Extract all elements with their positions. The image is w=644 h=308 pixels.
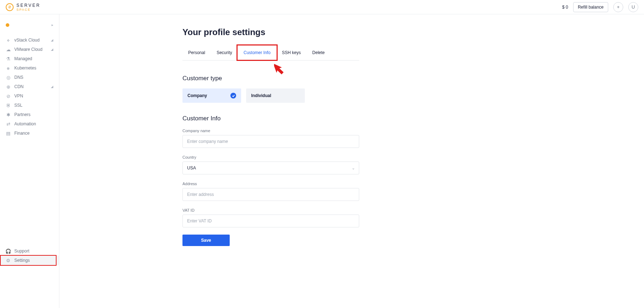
tab-delete[interactable]: Delete: [307, 46, 331, 60]
nav-icon: ✱: [6, 112, 11, 117]
sidebar-item-cdn[interactable]: ⊕CDN◢: [0, 82, 59, 91]
tabs: PersonalSecurityCustomer InfoSSH keysDel…: [182, 46, 359, 61]
headset-icon: 🎧: [6, 249, 11, 254]
user-avatar-button[interactable]: U: [628, 2, 638, 12]
sidebar-item-label: SSL: [14, 103, 23, 107]
country-label: Country: [182, 155, 359, 159]
sidebar-item-label: VPN: [14, 94, 23, 98]
company-name-group: Company name: [182, 129, 359, 148]
customer-type-selector: CompanyIndividual: [182, 88, 644, 103]
logo-icon: [6, 3, 14, 11]
sidebar-item-label: Partners: [14, 112, 30, 117]
sidebar-item-label: Support: [14, 249, 29, 253]
gear-icon: ⚙: [6, 258, 11, 263]
sidebar-item-label: VMware Cloud: [14, 47, 43, 52]
sidebar-item-label: Kubernetes: [14, 66, 36, 70]
tab-security[interactable]: Security: [211, 46, 238, 60]
sidebar-item-vpn[interactable]: ⊘VPN: [0, 91, 59, 101]
vat-id-input[interactable]: [182, 215, 359, 227]
logo-line1: SERVER: [16, 3, 40, 8]
sidebar-item-settings[interactable]: ⚙ Settings: [0, 256, 59, 265]
header-right: $ 0 Refill balance + U: [562, 2, 638, 12]
account-dot-icon: [6, 23, 9, 27]
customer-type-label: Individual: [251, 93, 271, 98]
sidebar-item-label: DNS: [14, 75, 23, 80]
address-input[interactable]: [182, 188, 359, 201]
address-group: Address: [182, 182, 359, 201]
nav-icon: ⋄: [6, 38, 11, 43]
nav-icon: ⇄: [6, 121, 11, 126]
sidebar-item-label: vStack Cloud: [14, 38, 40, 42]
sidebar-item-automation[interactable]: ⇄Automation: [0, 119, 59, 129]
vat-id-group: VAT ID: [182, 208, 359, 227]
address-label: Address: [182, 182, 359, 186]
nav-icon: ⚗: [6, 56, 11, 61]
nav-icon: ⎈: [6, 66, 11, 71]
company-name-input[interactable]: [182, 135, 359, 148]
sidebar-item-kubernetes[interactable]: ⎈Kubernetes: [0, 63, 59, 73]
nav-icon: ⛨: [6, 103, 11, 108]
expand-icon: ◢: [51, 85, 53, 88]
nav-icon: ☁: [6, 47, 11, 52]
refill-balance-button[interactable]: Refill balance: [573, 2, 608, 12]
plus-icon: +: [617, 4, 620, 10]
expand-icon: ◢: [51, 39, 53, 42]
nav-icon: ⊕: [6, 84, 11, 89]
check-icon: [230, 93, 236, 98]
main-content: Your profile settings PersonalSecurityCu…: [59, 14, 644, 308]
sidebar-bottom-list: 🎧 Support ⚙ Settings: [0, 246, 59, 265]
tab-personal[interactable]: Personal: [182, 46, 211, 60]
section-customer-info-title: Customer Info: [182, 115, 644, 122]
body: ▸ ⋄vStack Cloud◢☁VMware Cloud◢⚗Managed⎈K…: [0, 14, 644, 308]
sidebar-item-support[interactable]: 🎧 Support: [0, 246, 59, 256]
sidebar-item-partners[interactable]: ✱Partners: [0, 110, 59, 119]
logo-text: SERVER SPACE: [16, 3, 40, 11]
sidebar-item-vmware-cloud[interactable]: ☁VMware Cloud◢: [0, 45, 59, 54]
country-select[interactable]: USA: [182, 162, 359, 174]
logo[interactable]: SERVER SPACE: [6, 3, 40, 11]
nav-icon: ◎: [6, 75, 11, 80]
sidebar-item-label: Finance: [14, 131, 30, 135]
section-customer-type-title: Customer type: [182, 75, 644, 82]
nav-icon: ⊘: [6, 93, 11, 98]
logo-line2: SPACE: [16, 8, 40, 11]
tab-ssh-keys[interactable]: SSH keys: [276, 46, 307, 60]
chevron-right-icon: ▸: [52, 23, 53, 27]
sidebar: ▸ ⋄vStack Cloud◢☁VMware Cloud◢⚗Managed⎈K…: [0, 14, 59, 308]
customer-type-individual[interactable]: Individual: [246, 88, 305, 103]
sidebar-item-dns[interactable]: ◎DNS: [0, 73, 59, 82]
expand-icon: ◢: [51, 48, 53, 51]
company-name-label: Company name: [182, 129, 359, 133]
sidebar-item-label: Managed: [14, 57, 32, 61]
annotation-arrow-icon: [274, 60, 287, 75]
sidebar-item-finance[interactable]: ▤Finance: [0, 129, 59, 138]
sidebar-item-managed[interactable]: ⚗Managed: [0, 54, 59, 63]
sidebar-item-vstack-cloud[interactable]: ⋄vStack Cloud◢: [0, 35, 59, 45]
sidebar-item-label: Automation: [14, 122, 36, 126]
add-button[interactable]: +: [613, 2, 623, 12]
tab-customer-info[interactable]: Customer Info: [238, 46, 276, 60]
sidebar-item-label: Settings: [14, 258, 30, 263]
save-button[interactable]: Save: [182, 235, 230, 246]
sidebar-account-switcher[interactable]: ▸: [0, 21, 59, 29]
sidebar-item-ssl[interactable]: ⛨SSL: [0, 101, 59, 110]
customer-type-company[interactable]: Company: [182, 88, 241, 103]
sidebar-item-label: CDN: [14, 85, 24, 89]
nav-icon: ▤: [6, 131, 11, 136]
country-group: Country USA ⌄: [182, 155, 359, 174]
balance: $ 0: [562, 5, 568, 10]
vat-id-label: VAT ID: [182, 208, 359, 212]
customer-type-label: Company: [187, 93, 207, 98]
sidebar-nav-list: ⋄vStack Cloud◢☁VMware Cloud◢⚗Managed⎈Kub…: [0, 35, 59, 138]
page-title: Your profile settings: [182, 27, 644, 37]
header: SERVER SPACE $ 0 Refill balance + U: [0, 0, 644, 14]
